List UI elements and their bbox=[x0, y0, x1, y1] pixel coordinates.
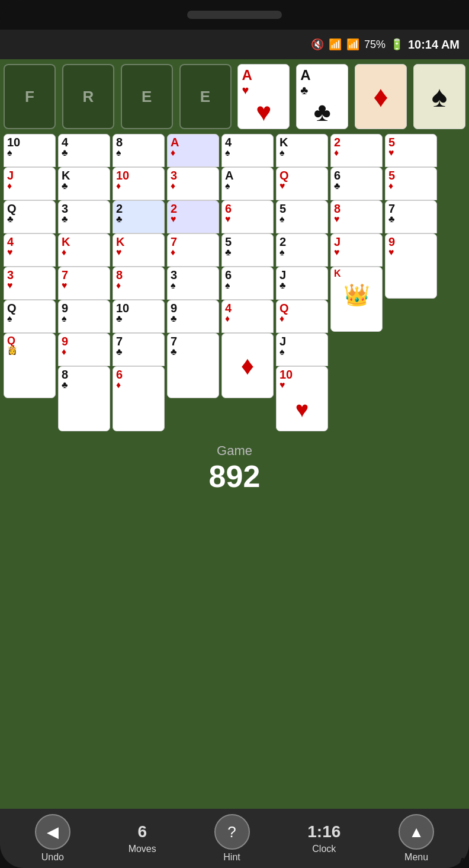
card-4h[interactable]: 4♥ bbox=[4, 233, 56, 267]
card-2s[interactable]: 2♠ bbox=[276, 233, 328, 267]
phone-frame: 🔇 📶 📶 75% 🔋 10:14 AM F R E E A ♥ ♥ bbox=[0, 0, 469, 868]
card-kc[interactable]: K♣ bbox=[58, 167, 110, 200]
card-9d[interactable]: 9♦ bbox=[58, 333, 110, 366]
card-7h[interactable]: 7♥ bbox=[58, 267, 110, 300]
free-cell-4[interactable]: E bbox=[179, 64, 232, 129]
notch bbox=[187, 11, 282, 19]
card-9c[interactable]: 9♣ bbox=[167, 300, 219, 333]
card-7c[interactable]: 7♣ bbox=[113, 333, 165, 366]
card-jc[interactable]: J♣ bbox=[276, 267, 328, 300]
card-ks[interactable]: K♠ bbox=[276, 134, 328, 167]
card-4s[interactable]: 4♠ bbox=[221, 134, 274, 167]
foundation-diamonds[interactable]: ♦ A bbox=[355, 64, 407, 129]
card-king-face[interactable]: K 👑 bbox=[330, 267, 383, 332]
card-8h[interactable]: 8♥ bbox=[330, 200, 383, 233]
menu-button[interactable]: ▲ Menu bbox=[399, 814, 434, 863]
card-10c[interactable]: 10♣ bbox=[113, 300, 165, 333]
card-8c-last[interactable]: 8♣ bbox=[58, 366, 110, 431]
game-area: F R E E A ♥ ♥ A ♣ ♣ bbox=[0, 59, 469, 809]
card-jd[interactable]: J♦ bbox=[4, 167, 56, 200]
card-7c3[interactable]: 7♣ bbox=[385, 200, 437, 233]
card-qc[interactable]: Q♣ bbox=[4, 200, 56, 233]
card-2h[interactable]: 2♥ bbox=[167, 200, 219, 233]
game-info: Game 892 bbox=[4, 431, 465, 500]
column-1: 10♠ J♦ Q♣ 4♥ 3♥ Q♠ Q 👸 bbox=[4, 134, 56, 398]
undo-button[interactable]: ◀ Undo bbox=[35, 814, 70, 863]
card-9s[interactable]: 9♠ bbox=[58, 300, 110, 333]
free-cell-2[interactable]: R bbox=[62, 64, 114, 129]
card-5d[interactable]: 5♦ bbox=[385, 167, 437, 200]
moves-display: 6 Moves bbox=[129, 822, 156, 854]
column-3: 8♠ 10♦ 2♣ K♥ 8♦ 10♣ 7♣ 6♦ bbox=[113, 134, 165, 431]
hint-button[interactable]: ? Hint bbox=[214, 814, 250, 863]
card-6h[interactable]: 6♥ bbox=[221, 200, 274, 233]
foundation-clubs[interactable]: A ♣ ♣ bbox=[296, 64, 348, 129]
card-3c[interactable]: 3♣ bbox=[58, 200, 110, 233]
column-5: 4♠ A♠ 6♥ 5♣ 6♠ 4♦ ♦ bbox=[221, 134, 274, 398]
battery-icon: 🔋 bbox=[390, 38, 403, 51]
card-6d-last[interactable]: 6♦ bbox=[113, 366, 165, 431]
column-8: 5♥ 5♦ 7♣ 9♥ bbox=[385, 134, 437, 299]
card-kh[interactable]: K♥ bbox=[113, 233, 165, 267]
card-kd[interactable]: K♦ bbox=[58, 233, 110, 267]
card-3s[interactable]: 3♠ bbox=[167, 267, 219, 300]
card-7c2[interactable]: 7♣ bbox=[167, 333, 219, 398]
top-row: F R E E A ♥ ♥ A ♣ ♣ bbox=[4, 64, 465, 129]
card-ad[interactable]: A♦ bbox=[167, 134, 219, 167]
free-cell-1[interactable]: F bbox=[4, 64, 56, 129]
card-4c[interactable]: 4♣ bbox=[58, 134, 110, 167]
card-5c[interactable]: 5♣ bbox=[221, 233, 274, 267]
card-qs[interactable]: Q♠ bbox=[4, 300, 56, 333]
card-qh[interactable]: Q♥ bbox=[276, 167, 328, 200]
column-4: A♦ 3♦ 2♥ 7♦ 3♠ 9♣ 7♣ bbox=[167, 134, 219, 398]
column-6: K♠ Q♥ 5♠ 2♠ J♣ Q♦ J♠ 10♥ ♥ bbox=[276, 134, 328, 431]
column-2: 4♣ K♣ 3♣ K♦ 7♥ 9♠ 9♦ 8♣ bbox=[58, 134, 110, 431]
card-6c[interactable]: 6♣ bbox=[330, 167, 383, 200]
signal-icon: 📶 bbox=[346, 38, 359, 51]
foundation-hearts[interactable]: A ♥ ♥ bbox=[237, 64, 290, 129]
card-as[interactable]: A♠ bbox=[221, 167, 274, 200]
card-4d[interactable]: 4♦ bbox=[221, 300, 274, 333]
card-10d[interactable]: 10♦ bbox=[113, 167, 165, 200]
card-2d[interactable]: 2♦ bbox=[330, 134, 383, 167]
bottom-bar: ◀ Undo 6 Moves ? Hint 1:16 Clock ▲ Menu bbox=[0, 809, 469, 868]
battery-text: 75% bbox=[364, 39, 386, 51]
card-js[interactable]: J♠ bbox=[276, 333, 328, 366]
card-qd[interactable]: Q♦ bbox=[276, 300, 328, 333]
column-7: 2♦ 6♣ 8♥ J♥ K 👑 bbox=[330, 134, 383, 332]
card-jh[interactable]: J♥ bbox=[330, 233, 383, 267]
status-bar: 🔇 📶 📶 75% 🔋 10:14 AM bbox=[0, 30, 469, 59]
card-queen-face[interactable]: Q 👸 bbox=[4, 333, 56, 398]
card-6s[interactable]: 6♠ bbox=[221, 267, 274, 300]
card-2c[interactable]: 2♣ bbox=[113, 200, 165, 233]
card-3h[interactable]: 3♥ bbox=[4, 267, 56, 300]
game-number: 892 bbox=[4, 459, 465, 494]
card-7d[interactable]: 7♦ bbox=[167, 233, 219, 267]
game-label: Game bbox=[4, 443, 465, 459]
card-9h[interactable]: 9♥ bbox=[385, 233, 437, 299]
wifi-icon: 📶 bbox=[329, 38, 342, 51]
notch-bar bbox=[0, 0, 469, 30]
card-8d[interactable]: 8♦ bbox=[113, 267, 165, 300]
card-8s[interactable]: 8♠ bbox=[113, 134, 165, 167]
foundation-spades[interactable]: ♠ A bbox=[413, 64, 465, 129]
free-cell-3[interactable]: E bbox=[121, 64, 173, 129]
columns-area: 10♠ J♦ Q♣ 4♥ 3♥ Q♠ Q 👸 4♣ K♣ 3♣ K♦ bbox=[4, 134, 465, 431]
mute-icon: 🔇 bbox=[311, 38, 324, 51]
card-3d[interactable]: 3♦ bbox=[167, 167, 219, 200]
card-5h[interactable]: 5♥ bbox=[385, 134, 437, 167]
card-diamond-big[interactable]: ♦ bbox=[221, 333, 274, 398]
card-5s[interactable]: 5♠ bbox=[276, 200, 328, 233]
time-display: 10:14 AM bbox=[408, 38, 460, 52]
card-10s[interactable]: 10♠ bbox=[4, 134, 56, 167]
card-10h[interactable]: 10♥ ♥ bbox=[276, 366, 328, 431]
clock-display: 1:16 Clock bbox=[307, 822, 340, 854]
